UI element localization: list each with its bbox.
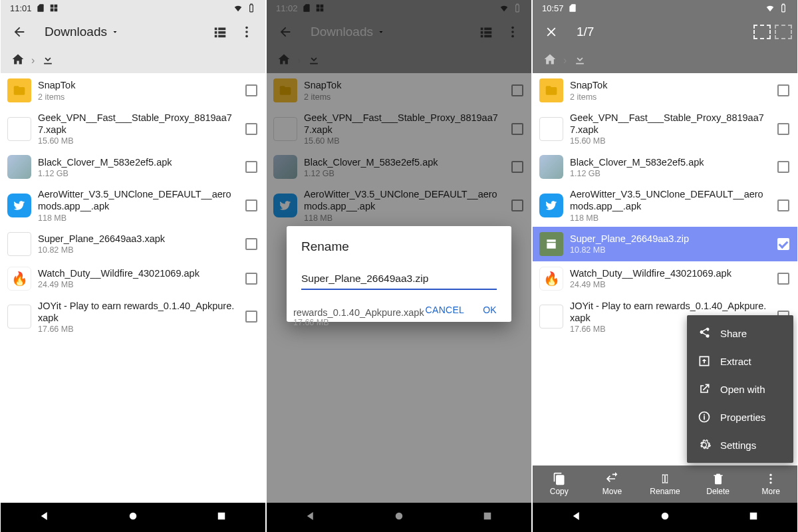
open-with-item[interactable]: Open with xyxy=(687,375,793,403)
checkbox[interactable] xyxy=(245,273,257,285)
sd-card-icon xyxy=(36,3,45,13)
close-selection-button[interactable] xyxy=(538,19,565,45)
app-icon xyxy=(539,194,563,217)
file-icon xyxy=(7,232,31,256)
svg-point-0 xyxy=(245,27,248,29)
file-name: Black_Clover_M_583e2ef5.apk xyxy=(38,156,239,168)
file-row[interactable]: Black_Clover_M_583e2ef5.apk1.12 GB xyxy=(533,150,797,184)
file-name: Black_Clover_M_583e2ef5.apk xyxy=(570,156,771,168)
checkbox[interactable] xyxy=(245,123,257,135)
folder-title[interactable]: Downloads xyxy=(45,25,119,39)
file-meta: 1.12 GB xyxy=(38,169,239,178)
clock-text: 10:57 xyxy=(542,3,564,13)
move-action[interactable]: Move xyxy=(586,466,639,503)
file-row[interactable]: 🔥Watch_Duty__Wildfire_43021069.apk24.49 … xyxy=(1,261,265,296)
svg-point-3 xyxy=(130,513,137,520)
checkbox[interactable] xyxy=(245,311,257,323)
phone-screen-2: 11:02 Downloads › SnapTok2 itemsGeek_VPN… xyxy=(266,0,532,532)
file-meta: 1.12 GB xyxy=(570,169,771,178)
svg-point-11 xyxy=(770,477,772,479)
file-row-peek: rewards_0.1.40_Apkpure.xapk 17.66 MB xyxy=(293,307,505,327)
svg-rect-4 xyxy=(217,513,225,520)
svg-point-12 xyxy=(770,481,772,483)
file-row[interactable]: 🔥Watch_Duty__Wildfire_43021069.apk24.49 … xyxy=(533,261,797,296)
file-row[interactable]: AeroWitter_V3.5_UNClone_DEFAULT__aeromod… xyxy=(1,184,265,226)
overflow-menu-button[interactable] xyxy=(233,19,260,45)
more-popup-menu: Share Extract Open with Properties Setti… xyxy=(687,315,793,463)
svg-point-1 xyxy=(245,31,248,33)
app-bar: Downloads xyxy=(1,16,265,48)
checkbox[interactable] xyxy=(777,84,789,96)
file-icon xyxy=(539,117,563,141)
checkbox[interactable] xyxy=(777,123,789,135)
file-row[interactable]: Black_Clover_M_583e2ef5.apk1.12 GB xyxy=(1,150,265,184)
file-row[interactable]: JOYit - Play to earn rewards_0.1.40_Apkp… xyxy=(1,296,265,338)
file-name: Watch_Duty__Wildfire_43021069.apk xyxy=(38,267,239,279)
file-row[interactable]: Geek_VPN__Fast___Stable_Proxy_8819aa77.x… xyxy=(1,108,265,150)
selection-counter: 1/7 xyxy=(577,25,594,39)
file-meta: 10.82 MB xyxy=(38,245,239,255)
nav-back-button[interactable] xyxy=(39,510,51,525)
rename-input[interactable] xyxy=(301,270,497,290)
android-nav-bar xyxy=(1,503,265,532)
folder-icon xyxy=(7,78,31,102)
file-name: SnapTok xyxy=(38,79,239,91)
breadcrumb: › xyxy=(533,48,797,73)
file-row[interactable]: Super_Plane_26649aa3.xapk10.82 MB xyxy=(1,227,265,261)
copy-action[interactable]: Copy xyxy=(533,466,586,503)
bottom-action-bar: Copy Move Rename Delete More xyxy=(533,466,797,503)
svg-point-2 xyxy=(245,35,248,38)
checkbox[interactable] xyxy=(777,273,789,285)
folder-icon xyxy=(539,78,563,102)
properties-item[interactable]: Properties xyxy=(687,403,793,431)
file-icon xyxy=(539,305,563,329)
nav-home-button[interactable] xyxy=(659,510,671,525)
app-icon: 🔥 xyxy=(7,267,31,291)
view-list-button[interactable] xyxy=(207,19,233,45)
chevron-right-icon: › xyxy=(31,55,35,66)
settings-item[interactable]: Settings xyxy=(687,431,793,459)
extract-item[interactable]: Extract xyxy=(687,347,793,375)
nav-back-button[interactable] xyxy=(571,510,583,525)
file-row[interactable]: AeroWitter_V3.5_UNClone_DEFAULT__aeromod… xyxy=(533,184,797,226)
select-all-button[interactable] xyxy=(753,25,771,39)
file-name: Super_Plane_26649aa3.zip xyxy=(570,233,771,245)
nav-home-button[interactable] xyxy=(127,510,139,525)
delete-action[interactable]: Delete xyxy=(692,466,745,503)
checkbox[interactable] xyxy=(245,200,257,211)
file-meta: 10.82 MB xyxy=(570,245,771,255)
file-list[interactable]: SnapTok2 itemsGeek_VPN__Fast___Stable_Pr… xyxy=(1,73,265,503)
file-meta: 118 MB xyxy=(570,213,771,223)
nav-recent-button[interactable] xyxy=(215,510,227,525)
dialog-title: Rename xyxy=(301,239,497,254)
select-range-button[interactable] xyxy=(775,25,792,39)
checkbox[interactable] xyxy=(245,238,257,250)
file-row[interactable]: Super_Plane_26649aa3.zip10.82 MB xyxy=(533,227,797,261)
checkbox[interactable] xyxy=(245,84,257,96)
file-name: AeroWitter_V3.5_UNClone_DEFAULT__aeromod… xyxy=(38,188,239,212)
apps-icon xyxy=(49,3,59,13)
app-icon xyxy=(539,155,563,179)
home-crumb[interactable] xyxy=(543,53,557,68)
downloads-crumb[interactable] xyxy=(573,53,587,68)
home-crumb[interactable] xyxy=(11,53,25,68)
file-row[interactable]: SnapTok2 items xyxy=(1,73,265,108)
file-icon xyxy=(7,305,31,329)
svg-rect-14 xyxy=(749,513,757,520)
checkbox[interactable] xyxy=(777,161,789,173)
nav-recent-button[interactable] xyxy=(747,510,759,525)
file-meta: 2 items xyxy=(570,92,771,102)
file-row[interactable]: SnapTok2 items xyxy=(533,73,797,108)
checkbox[interactable] xyxy=(245,161,257,173)
rename-action[interactable]: Rename xyxy=(638,466,692,503)
file-icon xyxy=(7,117,31,141)
file-row[interactable]: Geek_VPN__Fast___Stable_Proxy_8819aa77.x… xyxy=(533,108,797,150)
downloads-crumb[interactable] xyxy=(41,53,55,68)
more-action[interactable]: More xyxy=(744,466,797,503)
back-button[interactable] xyxy=(6,19,33,45)
file-name: Geek_VPN__Fast___Stable_Proxy_8819aa77.x… xyxy=(570,112,771,136)
share-item[interactable]: Share xyxy=(687,319,793,347)
dropdown-icon xyxy=(111,28,119,36)
checkbox[interactable] xyxy=(777,238,789,250)
checkbox[interactable] xyxy=(777,200,789,211)
